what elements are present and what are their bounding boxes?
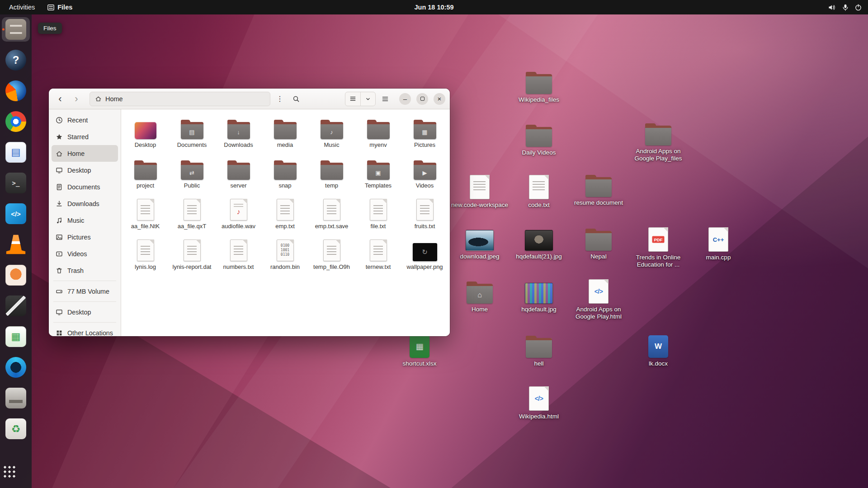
dock-item[interactable] [2,232,30,257]
file-item[interactable]: snap [262,155,308,196]
desktop-icon-image [585,231,612,251]
sidebar-item[interactable]: Downloads [52,195,118,212]
app-menu[interactable]: Files [47,4,72,11]
dock-item[interactable] [2,386,30,410]
dock-app-icon [5,80,26,101]
sidebar-item[interactable]: Starred [52,128,118,145]
desktop-icon-label: download.jpeg [460,253,499,260]
dock-item[interactable] [2,355,30,380]
desktop-icon[interactable]: resume document [567,172,630,206]
search-button[interactable] [289,92,303,106]
show-applications-icon[interactable] [3,465,16,478]
icon-emblem: ▦ [410,335,429,358]
sidebar-item[interactable]: Recent [52,112,118,128]
close-button[interactable]: × [434,93,445,105]
path-bar[interactable]: Home [90,92,270,106]
dock-item[interactable] [2,294,30,318]
sidebar-item[interactable]: Home [52,145,118,162]
file-item[interactable]: ↻ wallpaper.png [401,237,448,277]
sidebar-item-other-locations[interactable]: Other Locations [52,324,118,336]
sidebar-item[interactable]: Music [52,212,118,229]
back-button[interactable]: ‹ [53,92,67,106]
activities-button[interactable]: Activities [6,3,38,12]
file-item[interactable]: temp_file.O9h [308,237,355,277]
maximize-button[interactable] [416,93,428,105]
file-item[interactable]: ternew.txt [355,237,401,277]
file-item[interactable]: fruits.txt [401,196,448,237]
dock: ? ▤ >_ </> [0,14,32,488]
desktop-icon[interactable]: ⌂ Home [448,278,511,313]
file-item[interactable]: media [262,115,308,155]
dock-item[interactable] [2,17,30,42]
file-item[interactable]: server [215,155,262,196]
system-status-area[interactable] [828,4,862,11]
desktop-icon[interactable]: Wikipedia_files [507,69,571,103]
file-item[interactable]: file.txt [355,196,401,237]
file-item[interactable]: emp.txt.save [308,196,355,237]
desktop-icon[interactable]: Android Apps on Google Play_files [627,120,690,162]
desktop-icon[interactable]: W lk.docx [627,333,690,367]
desktop-icon[interactable]: Nepal [567,225,630,260]
file-item[interactable]: ▦ Pictures [401,115,448,155]
dock-item[interactable] [2,79,30,103]
desktop-icon[interactable]: </> Wikipedia.html [507,385,571,420]
sidebar-item[interactable]: Videos [52,245,118,262]
sidebar-item[interactable]: Pictures [52,229,118,245]
desktop-icon[interactable]: ▦ shortcut.xlsx [388,333,451,367]
desktop-icon[interactable]: hqdefault.jpg [507,278,571,313]
desktop-icon[interactable]: hqdefault(21).jpg [507,225,571,260]
file-item[interactable]: ⇄ Public [169,155,215,196]
dock-item[interactable] [2,263,30,287]
files-app-icon [47,5,54,10]
desktop-icon-image: ⌂ [467,284,493,304]
file-item[interactable]: lynis.log [122,237,169,277]
desktop-icon[interactable]: hell [507,333,571,367]
file-item[interactable]: aa_file.NtK [122,196,169,237]
hamburger-menu-button[interactable] [378,92,392,106]
dock-item[interactable]: ♻ [2,417,30,441]
file-item[interactable]: project [122,155,169,196]
dock-item[interactable]: ▤ [2,140,30,164]
desktop-icon[interactable]: download.jpeg [448,225,511,260]
file-item[interactable]: lynis-report.dat [169,237,215,277]
desktop-icon[interactable]: C++ main.cpp [687,226,750,261]
file-item[interactable]: Desktop [122,115,169,155]
file-item-icon [135,122,156,139]
desktop-icon[interactable]: Daily Videos [507,122,571,156]
file-item[interactable]: 0100 1001 0110 random.bin [262,237,308,277]
app-menu-label: Files [57,4,72,11]
file-item[interactable]: ♪ audiofile.wav [215,196,262,237]
dock-item[interactable]: >_ [2,171,30,195]
file-item[interactable]: aa_file.qxT [169,196,215,237]
file-item[interactable]: ▤ Documents [169,115,215,155]
dock-item[interactable]: ▦ [2,324,30,349]
file-item[interactable]: ♪ Music [308,115,355,155]
dock-item[interactable] [2,109,30,134]
sidebar-item[interactable]: Trash [52,262,118,279]
sidebar-item[interactable]: Desktop [52,162,118,178]
forward-button[interactable]: › [70,92,83,106]
path-menu-button[interactable]: ⋮ [273,92,287,106]
sidebar-item-volume[interactable]: 77 MB Volume [52,283,118,300]
file-item[interactable]: numbers.txt [215,237,262,277]
desktop-icon[interactable]: </> Android Apps on Google Play.html [567,278,630,320]
sidebar-item[interactable]: Documents [52,178,118,195]
sidebar-item-bookmark[interactable]: Desktop [52,304,118,320]
dock-item[interactable]: ? [2,48,30,72]
desktop-icon[interactable]: new.code-workspace [448,174,511,209]
dock-item[interactable]: </> [2,202,30,226]
list-view-button[interactable] [345,92,361,106]
file-item[interactable]: myenv [355,115,401,155]
file-item[interactable]: ↓ Downloads [215,115,262,155]
top-bar: Activities Files Jun 18 10:59 [0,0,868,14]
file-item[interactable]: ▣ Templates [355,155,401,196]
minimize-button[interactable]: – [399,93,411,105]
file-item[interactable]: ▶ Videos [401,155,448,196]
desktop-icon[interactable]: PDF Trends in Online Education for ... [627,226,690,268]
file-item[interactable]: emp.txt [262,196,308,237]
desktop-icon-label: lk.docx [649,360,668,367]
file-item[interactable]: temp [308,155,355,196]
desktop-icon[interactable]: code.txt [507,174,571,209]
view-options-dropdown[interactable] [361,92,375,106]
clock[interactable]: Jun 18 10:59 [414,4,453,11]
